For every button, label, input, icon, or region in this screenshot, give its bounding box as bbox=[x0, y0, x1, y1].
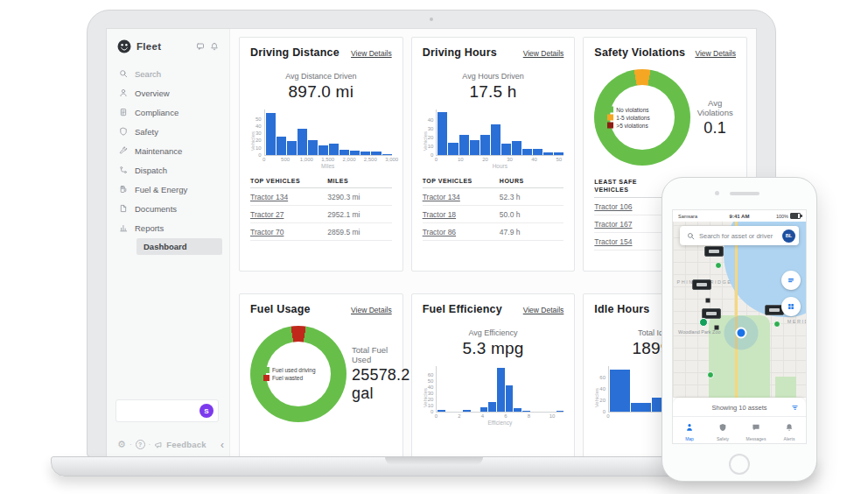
tab-alerts[interactable]: Alerts bbox=[773, 417, 806, 443]
vehicle-link[interactable]: Tractor 70 bbox=[250, 228, 327, 236]
sidebar-footer: ⚙· ?· Feedback ‹ bbox=[117, 439, 224, 450]
webcam-dot bbox=[430, 18, 433, 21]
histogram-bar bbox=[497, 368, 505, 412]
histogram-bar bbox=[556, 411, 564, 412]
card-title: Driving Hours bbox=[423, 46, 497, 59]
x-axis-label: Efficiency bbox=[436, 420, 564, 427]
tab-map[interactable]: Map bbox=[673, 417, 706, 443]
x-axis-label: Hours bbox=[436, 163, 564, 170]
map-marker-zoo-pin[interactable] bbox=[699, 318, 708, 327]
search-bar[interactable]: Search for asset or driver BL bbox=[680, 226, 799, 245]
histogram-plot bbox=[436, 366, 564, 413]
vehicle-link[interactable]: Tractor 86 bbox=[423, 228, 500, 236]
histogram-bar bbox=[522, 149, 532, 155]
bell-icon[interactable] bbox=[210, 42, 219, 51]
chat-icon[interactable] bbox=[196, 42, 205, 51]
histogram-bar bbox=[438, 112, 447, 155]
gear-icon[interactable]: ⚙ bbox=[117, 439, 126, 450]
view-details-link[interactable]: View Details bbox=[523, 49, 564, 58]
view-details-link[interactable]: View Details bbox=[695, 49, 736, 58]
tab-safety[interactable]: Safety bbox=[706, 417, 739, 443]
vehicle-link[interactable]: Tractor 27 bbox=[250, 210, 327, 219]
avatar[interactable]: S bbox=[200, 404, 214, 418]
view-details-link[interactable]: View Details bbox=[351, 306, 392, 314]
feedback-link[interactable]: Feedback bbox=[166, 440, 206, 449]
y-axis-ticks: 403020100 bbox=[428, 117, 437, 158]
help-icon[interactable]: ? bbox=[136, 440, 145, 449]
card-title: Idle Hours bbox=[594, 303, 649, 315]
card-title: Fuel Efficiency bbox=[423, 303, 502, 315]
y-axis-ticks: 50403020100 bbox=[256, 116, 264, 158]
map-park-small bbox=[775, 377, 796, 398]
table-row: Tractor 272952.1 mi bbox=[250, 206, 392, 223]
map-layers-button[interactable] bbox=[781, 271, 801, 290]
vehicle-value: 52.3 h bbox=[500, 193, 564, 201]
histogram-bar bbox=[512, 141, 522, 155]
histogram-bar bbox=[448, 143, 458, 155]
map-marker-black-square[interactable] bbox=[705, 299, 710, 303]
reports-icon bbox=[119, 223, 128, 232]
sidebar: Fleet SearchOverviewComplianceSafetyMain… bbox=[107, 29, 230, 457]
map-canvas[interactable]: PHINNEY RIDGEWoodland Park ZooMERIDIAN bbox=[673, 222, 806, 398]
legend-item: 1-5 violations bbox=[607, 115, 649, 121]
histogram-bar bbox=[480, 135, 490, 155]
safety-icon bbox=[119, 127, 128, 136]
home-button[interactable] bbox=[729, 454, 750, 475]
donut-legend: Fuel used drivingFuel wasted bbox=[263, 367, 316, 381]
sidebar-item-maintenance[interactable]: Maintenance bbox=[107, 141, 229, 160]
map-marker-chip[interactable] bbox=[692, 279, 711, 290]
sidebar-item-safety[interactable]: Safety bbox=[107, 122, 229, 141]
card-driving-hours: Driving Hours View Details Avg Hours Dri… bbox=[411, 37, 576, 272]
sidebar-item-dispatch[interactable]: Dispatch bbox=[107, 160, 229, 180]
view-details-link[interactable]: View Details bbox=[523, 306, 564, 314]
map-marker-chip[interactable] bbox=[702, 308, 721, 319]
legend-item: No violations bbox=[607, 107, 649, 113]
map-marker-location[interactable] bbox=[735, 327, 746, 338]
legend-swatch bbox=[607, 123, 613, 129]
sidebar-item-dashboard[interactable]: Dashboard bbox=[136, 238, 222, 255]
tab-messages[interactable]: Messages bbox=[739, 417, 773, 443]
stat-value: 897.0 mi bbox=[250, 82, 392, 102]
map-marker-black-square[interactable] bbox=[715, 325, 719, 329]
x-axis-label: Miles bbox=[264, 163, 392, 170]
collapse-chevron-icon[interactable]: ‹ bbox=[220, 440, 224, 450]
battery-icon bbox=[790, 213, 801, 219]
vehicle-link[interactable]: Tractor 134 bbox=[423, 193, 500, 201]
vehicle-value: 3290.3 mi bbox=[327, 193, 392, 201]
histogram-bar bbox=[329, 144, 339, 155]
top-vehicles-table: TOP VEHICLESHOURS Tractor 13452.3 hTract… bbox=[423, 178, 564, 241]
x-axis-ticks: 05001,0001,5002,0002,5003,000 bbox=[264, 156, 392, 163]
user-box[interactable]: S bbox=[116, 399, 219, 422]
profile-avatar[interactable]: BL bbox=[782, 229, 795, 243]
sidebar-item-fuel-energy[interactable]: Fuel & Energy bbox=[107, 180, 229, 199]
map-marker-green-dot[interactable] bbox=[707, 371, 714, 378]
vehicle-link[interactable]: Tractor 134 bbox=[250, 193, 327, 201]
histogram-bar bbox=[340, 150, 349, 155]
safety-violations-donut: No violations1-5 violations>5 violations bbox=[594, 69, 690, 166]
map-marker-green-dot[interactable] bbox=[715, 262, 722, 269]
status-time: 9:41 AM bbox=[730, 214, 750, 219]
map-marker-chip[interactable] bbox=[704, 246, 724, 257]
battery-percent: 100% bbox=[776, 214, 788, 219]
filter-icon[interactable] bbox=[791, 404, 799, 412]
megaphone-icon[interactable] bbox=[154, 441, 163, 449]
stat-label: Total Fuel Used bbox=[352, 345, 392, 364]
sidebar-item-documents[interactable]: Documents bbox=[107, 199, 229, 218]
legend-swatch bbox=[263, 375, 270, 381]
sidebar-item-compliance[interactable]: Compliance bbox=[107, 102, 229, 122]
histogram-bar bbox=[533, 149, 542, 155]
map-grid-button[interactable] bbox=[781, 297, 801, 316]
sidebar-item-overview[interactable]: Overview bbox=[107, 83, 229, 102]
vehicle-value: 47.9 h bbox=[500, 228, 564, 236]
histogram-bar bbox=[501, 144, 511, 155]
legend-item: Fuel used driving bbox=[263, 367, 316, 373]
table-row: Tractor 1343290.3 mi bbox=[250, 188, 392, 206]
assets-sheet[interactable]: Showing 10 assets bbox=[673, 398, 806, 417]
view-details-link[interactable]: View Details bbox=[351, 49, 392, 58]
map-label: MERIDIAN bbox=[788, 319, 806, 324]
sidebar-item-reports[interactable]: Reports bbox=[107, 218, 229, 237]
sidebar-item-search[interactable]: Search bbox=[107, 64, 229, 83]
map-marker-green-dot[interactable] bbox=[774, 321, 780, 328]
stat-label: Avg Efficiency bbox=[423, 328, 564, 337]
vehicle-link[interactable]: Tractor 18 bbox=[423, 210, 500, 219]
